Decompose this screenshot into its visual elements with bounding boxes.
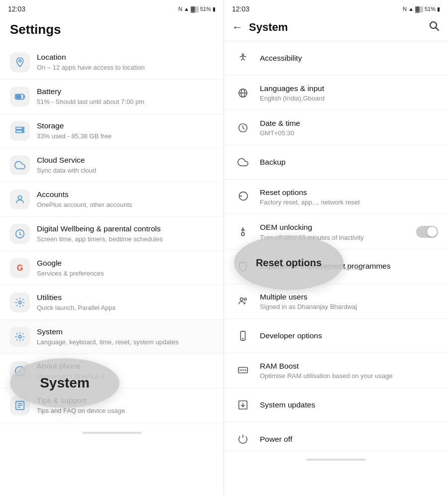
system-icon [10,327,30,347]
right-item-users[interactable]: Multiple users Signed in as Dhananjay Bh… [224,284,448,319]
settings-item-digital-wellbeing[interactable]: Digital Wellbeing & parental controls Sc… [0,217,224,251]
right-time: 12:03 [232,5,249,13]
signal-icon: ▓▒ [191,6,199,12]
accounts-text-block: Accounts OnePlus account, other accounts [37,190,214,209]
users-text-block: Multiple users Signed in as Dhananjay Bh… [260,292,438,310]
system-settings-list[interactable]: Accessibility Languages & input English … [224,41,448,495]
svg-rect-30 [238,368,247,373]
svg-rect-2 [16,95,21,98]
settings-item-accounts[interactable]: Accounts OnePlus account, other accounts [0,183,224,217]
reset-title: Reset options [260,188,438,198]
oem-text-block: OEM unlocking Turn off after 10 minutes … [260,222,416,241]
digital-wellbeing-subtitle: Screen time, app timers, bedtime schedul… [37,235,214,244]
settings-list[interactable]: Location On – 12 apps have access to loc… [0,45,224,495]
ram-title: RAM Boost [260,361,438,371]
right-panel: 12:03 N ▲ ▓▒ 51% ▮ ← System [224,0,448,495]
settings-item-location[interactable]: Location On – 12 apps have access to loc… [0,45,224,80]
tips-title: Tips & support [37,396,214,405]
system-subtitle: Language, keyboard, time, reset, system … [37,338,214,347]
ram-subtitle: Optimise RAM utilisation based on your u… [260,372,438,380]
backup-title: Backup [260,157,438,167]
right-nfc-icon: N [403,6,407,12]
updates-icon [234,396,252,414]
google-icon: G [10,258,30,278]
battery-text-block: Battery 51% - Should last until about 7:… [37,87,214,106]
developer-title: Developer options [260,331,438,341]
datetime-subtitle: GMT+05:30 [260,129,438,137]
power-icon [234,430,252,448]
right-status-bar: 12:03 N ▲ ▓▒ 51% ▮ [224,0,448,16]
settings-item-cloud[interactable]: Cloud Service Sync data with cloud [0,148,224,183]
svg-line-19 [436,28,439,31]
right-item-experience[interactable]: Experience improvement programmes [224,250,448,284]
location-text: Location On – 12 apps have access to loc… [37,52,214,72]
experience-icon [234,258,252,276]
settings-item-storage[interactable]: Storage 33% used - 85.38 GB free [0,114,224,148]
svg-point-9 [18,301,21,304]
right-item-developer[interactable]: Developer options [224,319,448,353]
battery-item-icon [10,87,30,106]
left-header: Settings [0,16,224,45]
accessibility-title: Accessibility [260,53,438,63]
datetime-title: Date & time [260,118,438,128]
system-text-block: System Language, keyboard, time, reset, … [37,327,214,346]
settings-item-google[interactable]: G Google Services & preferences [0,251,224,286]
languages-text-block: Languages & input English (India),Gboard [260,84,438,102]
power-text-block: Power off [260,434,438,444]
settings-item-system[interactable]: System Language, keyboard, time, reset, … [0,320,224,354]
right-status-icons: N ▲ ▓▒ 51% ▮ [403,6,440,12]
svg-point-27 [244,298,246,300]
right-item-power[interactable]: Power off [224,422,448,451]
about-text-block: About phone Dhananjay's OnePlus 8 [37,361,214,381]
reset-text-block: Reset options Factory reset, app..., net… [260,188,438,206]
svg-rect-28 [240,331,245,340]
right-item-ram[interactable]: RAM Boost Optimise RAM utilisation based… [224,353,448,388]
svg-point-10 [18,335,21,338]
utilities-icon [10,293,30,312]
right-item-backup[interactable]: Backup [224,145,448,180]
storage-text-block: Storage 33% used - 85.38 GB free [37,121,214,140]
settings-item-battery[interactable]: Battery 51% - Should last until about 7:… [0,80,224,114]
datetime-text-block: Date & time GMT+05:30 [260,118,438,137]
cloud-title: Cloud Service [37,155,214,165]
storage-title: Storage [37,121,214,131]
nfc-icon: N [178,6,182,12]
right-item-oem[interactable]: OEM unlocking Turn off after 10 minutes … [224,214,448,249]
search-button[interactable] [428,20,440,35]
google-text-block: Google Services & preferences [37,258,214,278]
experience-text-block: Experience improvement programmes [260,261,438,271]
developer-text-block: Developer options [260,331,438,341]
wifi-icon: ▲ [184,6,189,12]
storage-subtitle: 33% used - 85.38 GB free [37,132,214,141]
datetime-icon [234,119,252,137]
reset-icon [234,188,252,206]
oem-toggle[interactable] [416,226,438,238]
right-item-accessibility[interactable]: Accessibility [224,41,448,76]
users-icon [234,292,252,310]
system-title: System [37,327,214,337]
right-item-updates[interactable]: System updates [224,388,448,422]
svg-point-6 [22,131,23,132]
back-button[interactable]: ← [232,22,243,33]
google-subtitle: Services & preferences [37,270,214,278]
utilities-title: Utilities [37,293,214,302]
settings-item-utilities[interactable]: Utilities Quick launch, Parallel Apps [0,286,224,320]
digital-wellbeing-icon [10,224,30,244]
right-item-datetime[interactable]: Date & time GMT+05:30 [224,110,448,145]
oem-title: OEM unlocking [260,222,416,232]
power-title: Power off [260,434,438,444]
right-item-reset[interactable]: Reset options Factory reset, app..., net… [224,180,448,214]
location-icon [10,52,30,72]
about-title: About phone [37,361,214,371]
google-title: Google [37,258,214,268]
cloud-icon [10,155,30,175]
location-subtitle: On – 12 apps have access to location [37,64,214,72]
storage-icon [10,121,30,141]
accessibility-icon [234,49,252,67]
svg-rect-25 [241,233,244,236]
settings-item-tips[interactable]: Tips & support Tips and FAQ on device us… [0,389,224,423]
right-item-languages[interactable]: Languages & input English (India),Gboard [224,76,448,110]
battery-icon: ▮ [213,6,216,12]
settings-item-about[interactable]: About phone Dhananjay's OnePlus 8 [0,354,224,389]
battery-subtitle: 51% - Should last until about 7:00 pm [37,98,214,106]
